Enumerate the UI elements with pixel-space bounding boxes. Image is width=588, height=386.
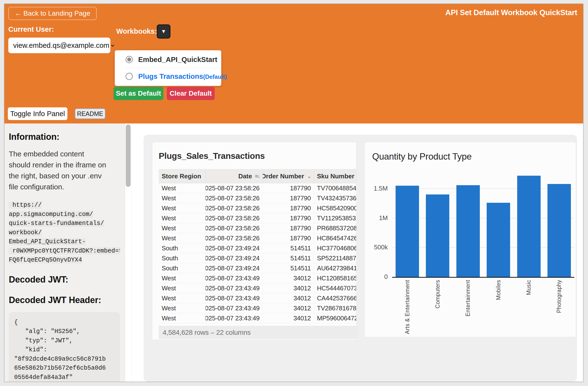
radio-selected-icon[interactable]	[126, 56, 133, 63]
sort-desc-icon: ≡↓	[255, 173, 260, 179]
chart-bar-entertainment[interactable]	[456, 185, 480, 277]
table-row: West2025-08-07 23:43:4934012HC544467073	[159, 283, 356, 293]
table-row: South2025-08-07 23:49:24514511HC37704680…	[159, 243, 356, 253]
table-cell: South	[159, 243, 206, 253]
workbook-option-plugs-transactions[interactable]: Plugs Transactions(Default)	[115, 68, 221, 85]
y-axis-tick-label: 1.5M	[365, 185, 388, 192]
table-cell: TV432435736	[314, 193, 356, 203]
column-header-order-number[interactable]: Order Number⌄	[263, 169, 314, 183]
workbook-option-embed-api-quickstart[interactable]: Embed_API_QuickStart	[115, 51, 221, 68]
workbooks-label: Workbooks:	[116, 27, 157, 35]
table-row: West2025-08-07 23:43:4934012HC120858165	[159, 273, 356, 283]
user-select-value: view.embed.qs@example.com	[13, 41, 109, 50]
x-axis-label: Computers	[426, 280, 449, 334]
set-as-default-button[interactable]: Set as Default	[114, 87, 163, 100]
table-row: West2025-08-07 23:58:26187790HC585420900	[159, 203, 356, 213]
table-footer: 4,584,628 rows – 22 columns	[159, 326, 356, 339]
x-axis-label: Mobiles	[487, 280, 510, 334]
decoded-jwt-header-heading: Decoded JWT Header:	[9, 295, 120, 305]
current-user-label: Current User:	[8, 25, 54, 33]
table-row: West2025-08-07 23:43:4934012MP596006472	[159, 313, 356, 323]
table-cell: 2025-08-07 23:58:26	[206, 233, 263, 243]
column-header-store-region[interactable]: Store Region⌄	[159, 169, 206, 183]
table-row: South2025-08-07 23:49:24514511SP52211488…	[159, 253, 356, 263]
content-row: Information: The embedded contentshould …	[4, 123, 583, 382]
table-cell: South	[159, 253, 206, 263]
column-header-date[interactable]: Date≡↓	[206, 169, 263, 183]
header: ← Back to Landing Page API Set Default W…	[4, 4, 583, 123]
table-cell: TV286781678	[314, 303, 356, 313]
table-cell: West	[159, 223, 206, 233]
table-cell: West	[159, 273, 206, 283]
table-cell: 2025-08-07 23:58:26	[206, 213, 263, 223]
y-axis-tick-label: 500k	[365, 244, 388, 251]
table-cell: HC864547426	[314, 233, 356, 243]
table-cell: West	[159, 303, 206, 313]
table-cell: 34012	[263, 273, 314, 283]
table-cell: 2025-08-07 23:43:49	[206, 283, 263, 293]
table-row: West2025-08-07 23:58:26187790PR688537208	[159, 223, 356, 233]
chart-bar-photography[interactable]	[547, 184, 571, 277]
table-cell: West	[159, 283, 206, 293]
info-panel: Information: The embedded contentshould …	[4, 123, 125, 382]
table-cell: 2025-08-07 23:58:26	[206, 203, 263, 213]
chart-bar-music[interactable]	[517, 176, 541, 277]
y-axis-tick-label: 0	[365, 273, 388, 281]
scrollbar-thumb[interactable]	[126, 124, 131, 187]
table-cell: 34012	[263, 283, 314, 293]
table-cell: 2025-08-07 23:58:26	[206, 183, 263, 193]
table-cell: West	[159, 293, 206, 303]
table-cell: PR688537208	[314, 223, 356, 233]
embed-url-code: https://app.sigmacomputing.com/quick-sta…	[9, 201, 120, 265]
x-axis-label: Photography	[547, 280, 571, 334]
column-header-sku-number[interactable]: Sku Number⌄	[314, 169, 356, 183]
workbooks-dropdown-button[interactable]: ▼	[157, 24, 170, 39]
table-cell: West	[159, 193, 206, 203]
table-cell: 187790	[263, 213, 314, 223]
table-header-row: Store Region⌄Date≡↓Order Number⌄Sku Numb…	[159, 169, 356, 183]
toggle-info-panel-button[interactable]: Toggle Info Panel	[8, 107, 67, 120]
table-cell: 187790	[263, 233, 314, 243]
table-cell: 2025-08-07 23:49:24	[206, 263, 263, 273]
chart-bar-mobiles[interactable]	[487, 203, 510, 277]
x-axis-label: Music	[517, 280, 541, 334]
table-row: West2025-08-07 23:58:26187790TV700648854	[159, 183, 356, 193]
column-label: Sku Number	[317, 173, 354, 180]
caret-down-icon: ▼	[161, 28, 166, 35]
bars-group	[396, 171, 571, 277]
table-cell: 34012	[263, 313, 314, 323]
table-cell: 2025-08-07 23:58:26	[206, 223, 263, 233]
row-count-text: 4,584,628 rows – 22 columns	[163, 329, 251, 336]
table-title: Plugs_Sales_Transactions	[159, 151, 356, 161]
user-select[interactable]: view.embed.qs@example.com ⌄	[8, 38, 110, 53]
chart-bar-computers[interactable]	[426, 194, 449, 277]
table-cell: 187790	[263, 183, 314, 193]
table-cell: 514511	[263, 253, 314, 263]
clear-default-button[interactable]: Clear Default	[167, 87, 215, 100]
sidebar-scrollbar[interactable]	[125, 123, 132, 382]
column-label: Store Region	[162, 173, 201, 180]
app-window: ← Back to Landing Page API Set Default W…	[4, 3, 584, 382]
back-to-landing-button[interactable]: ← Back to Landing Page	[8, 7, 97, 20]
information-text: The embedded contentshould render in the…	[9, 148, 120, 192]
information-heading: Information:	[9, 132, 120, 142]
chart-bar-arts-entertainment[interactable]	[396, 186, 419, 277]
radio-unselected-icon[interactable]	[126, 73, 133, 80]
table-row: West2025-08-07 23:43:4934012TV286781678	[159, 303, 356, 313]
table-row: West2025-08-07 23:58:26187790TV112953853	[159, 213, 356, 223]
workbook-option-label: Plugs Transactions	[138, 73, 203, 80]
table-cell: 2025-08-07 23:43:49	[206, 313, 263, 323]
table-cell: AU642739841	[314, 263, 356, 273]
table-cell: 2025-08-07 23:49:24	[206, 243, 263, 253]
readme-button[interactable]: README	[75, 108, 105, 119]
jwt-header-code: { "alg": "HS256", "typ": "JWT", "kid":"8…	[9, 312, 120, 382]
table-cell: South	[159, 263, 206, 273]
table-cell: HC544467073	[314, 283, 356, 293]
embed-area: Plugs_Sales_Transactions Store Region⌄Da…	[132, 123, 583, 382]
table-cell: 2025-08-07 23:43:49	[206, 273, 263, 283]
table-cell: HC377046806	[314, 243, 356, 253]
table-cell: 2025-08-07 23:43:49	[206, 293, 263, 303]
table-cell: West	[159, 183, 206, 193]
workbook-embed-panel: Plugs_Sales_Transactions Store Region⌄Da…	[144, 135, 577, 382]
workbook-option-label: Embed_API_QuickStart	[138, 56, 217, 64]
